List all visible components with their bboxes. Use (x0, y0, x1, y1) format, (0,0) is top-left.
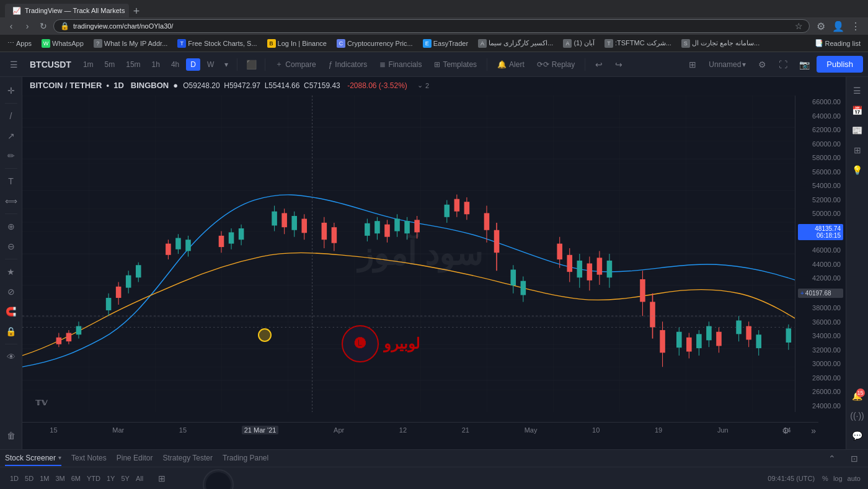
timeframe-15m[interactable]: 15m (122, 58, 144, 71)
et-favicon: E (423, 39, 432, 48)
bookmark-tradingview[interactable]: T Free Stock Charts, S... (175, 38, 259, 49)
draw-brush-tool[interactable]: ✏ (2, 147, 20, 164)
redo-button[interactable]: ↪ (610, 56, 627, 73)
svg-rect-57 (394, 219, 400, 231)
timeframe-d[interactable]: D (186, 58, 200, 71)
range-5d[interactable]: 5D (22, 473, 36, 483)
tab-trading-panel[interactable]: Trading Panel (223, 451, 268, 466)
alert-button[interactable]: 🔔 Alert (492, 58, 529, 71)
timeframe-5m[interactable]: 5m (100, 58, 120, 71)
timeframe-w[interactable]: W (203, 58, 218, 71)
undo-button[interactable]: ↩ (590, 56, 608, 73)
svg-rect-22 (126, 276, 131, 288)
measure-tool[interactable]: ⟺ (2, 192, 20, 210)
chart-settings-button[interactable]: ⚙ (782, 426, 790, 436)
bookmark-aban[interactable]: A آبان (1) (560, 38, 597, 49)
unnamed-dropdown[interactable]: Unnamed ▾ (705, 58, 750, 71)
bookmark-tsftmc[interactable]: T :TSFTMC شرکت... (602, 38, 674, 49)
timeframe-4h[interactable]: 4h (167, 58, 184, 71)
chart-type-button[interactable]: ⬛ (242, 56, 260, 73)
reload-button[interactable]: ↻ (37, 20, 50, 32)
wheel-control[interactable] (203, 469, 234, 489)
chat-button[interactable]: 💬 (849, 427, 866, 444)
indicators-button[interactable]: ƒ Indicators (324, 58, 373, 71)
fullscreen-button[interactable]: ⛶ (774, 56, 792, 73)
symbol-label[interactable]: BTCUSDT (25, 60, 76, 70)
back-button[interactable]: ‹ (5, 20, 17, 32)
collapse-panel-button[interactable]: ⌃ (823, 450, 841, 467)
idea-button[interactable]: 💡 (849, 161, 866, 179)
reading-list[interactable]: 📑 Reading list (812, 38, 863, 48)
compare-ranges-button[interactable]: ⊞ (153, 470, 170, 487)
log-button[interactable]: log (833, 475, 843, 482)
templates-button[interactable]: ⊞ Templates (429, 58, 482, 71)
screenshot-button[interactable]: 📷 (795, 56, 813, 73)
timeframe-more[interactable]: ▾ (221, 58, 232, 71)
layout-button[interactable]: ⊞ (684, 56, 701, 73)
range-1m[interactable]: 1M (37, 473, 51, 483)
range-3m[interactable]: 3M (53, 473, 67, 483)
watchlist-button[interactable]: ☰ (849, 82, 866, 99)
trash-tool[interactable]: 🗑 (2, 427, 20, 444)
magnet-tool[interactable]: 🧲 (2, 303, 20, 320)
bookmark-crypto[interactable]: C Cryptocurrency Pric... (334, 38, 415, 49)
draw-line-tool[interactable]: / (2, 107, 20, 125)
bookmark-ip[interactable]: ? What Is My IP Addr... (91, 38, 170, 49)
range-1y[interactable]: 1Y (104, 473, 117, 483)
profile-button[interactable]: 👤 (831, 19, 846, 34)
bookmark-easytrader[interactable]: E EasyTrader (420, 38, 471, 49)
notification-badge: 15 (856, 388, 865, 397)
zoom-in-tool[interactable]: ⊕ (2, 218, 20, 235)
bookmark-binance[interactable]: B Log In | Binance (265, 38, 329, 49)
tab-stock-screener[interactable]: Stock Screener ▾ (5, 451, 61, 466)
range-5y[interactable]: 5Y (118, 473, 131, 483)
extensions-button[interactable]: ⚙ (813, 19, 828, 34)
publish-button[interactable]: Publish (817, 56, 863, 73)
range-1d[interactable]: 1D (7, 473, 21, 483)
range-6m[interactable]: 6M (69, 473, 83, 483)
tab-strategy-tester[interactable]: Strategy Tester (162, 451, 212, 466)
text-tool[interactable]: T (2, 173, 20, 190)
forward-button[interactable]: › (21, 20, 33, 32)
drawing-tools-button[interactable]: ⊞ (849, 141, 866, 159)
percent-button[interactable]: % (822, 475, 828, 482)
tab-pine-editor[interactable]: Pine Editor (117, 451, 153, 466)
draw-arrow-tool[interactable]: ↗ (2, 127, 20, 145)
bookmark-aksir[interactable]: A اکسیر کارگزاری سیما... (476, 38, 556, 49)
menu-button[interactable]: ⋮ (848, 19, 863, 34)
calendar-button[interactable]: 📅 (849, 102, 866, 119)
zoom-out-tool[interactable]: ⊖ (2, 238, 20, 255)
chart-canvas[interactable]: 𝕋𝕍 سود آموز 🅛 لوبیرو (22, 96, 818, 412)
range-ytd[interactable]: YTD (84, 473, 103, 483)
bookmark-star-icon[interactable]: ☆ (795, 21, 803, 31)
auto-button[interactable]: auto (848, 475, 861, 482)
active-tab[interactable]: 📈 TradingView — Track All Markets ✕ (5, 4, 129, 17)
favorite-tool[interactable]: ★ (2, 263, 20, 280)
timeframe-1h[interactable]: 1h (148, 58, 164, 71)
address-bar[interactable]: 🔒 tradingview.com/chart/noOYla30/ ☆ (53, 19, 810, 33)
financials-button[interactable]: ≣ Financials (374, 58, 427, 71)
lock-tool[interactable]: 🔒 (2, 323, 20, 340)
settings-button[interactable]: ⚙ (753, 56, 771, 73)
cursor-tool[interactable]: ✛ (2, 82, 20, 99)
new-tab-button[interactable]: + (130, 5, 143, 17)
expand-panel-button[interactable]: ⊡ (846, 450, 863, 467)
compare-button[interactable]: ＋ Compare (270, 56, 321, 72)
tab-text-notes[interactable]: Text Notes (71, 451, 107, 466)
news-button[interactable]: 📰 (849, 122, 866, 139)
timeframe-1m[interactable]: 1m (79, 58, 98, 71)
alerts-button[interactable]: ((·)) (849, 407, 866, 424)
bookmark-whatsapp[interactable]: W WhatsApp (39, 38, 86, 49)
expand-chart-button[interactable]: » (811, 426, 816, 436)
bookmark-apps[interactable]: ⋯ Apps (5, 38, 34, 48)
hamburger-menu-button[interactable]: ☰ (5, 56, 22, 73)
alert-line-tool[interactable]: ⊘ (2, 283, 20, 300)
svg-rect-69 (484, 213, 490, 230)
range-all[interactable]: All (133, 473, 146, 483)
eye-tool[interactable]: 👁 (2, 348, 20, 366)
svg-rect-61 (414, 220, 420, 232)
tradingview-app: ☰ BTCUSDT 1m 5m 15m 1h 4h D W ▾ ⬛ ＋ Comp… (0, 52, 868, 489)
replay-button[interactable]: ⟳⟳ Replay (532, 58, 580, 71)
bookmark-samaneh[interactable]: S سامانه جامع تجارت ال... (679, 38, 762, 49)
notifications-button[interactable]: 🔔 15 (849, 387, 866, 405)
